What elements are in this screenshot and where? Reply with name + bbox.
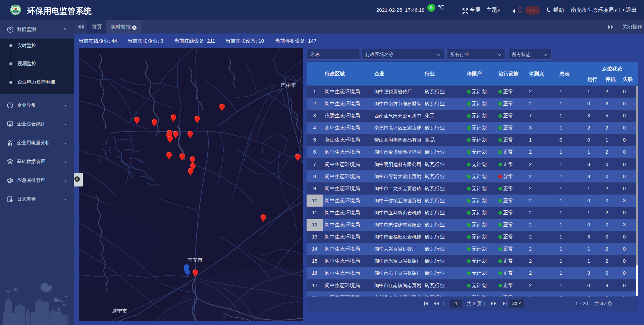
svg-text:巴中市: 巴中市 <box>281 82 296 88</box>
svg-text:遂宁市: 遂宁市 <box>112 308 127 314</box>
svg-text:南充市: 南充市 <box>187 257 203 263</box>
